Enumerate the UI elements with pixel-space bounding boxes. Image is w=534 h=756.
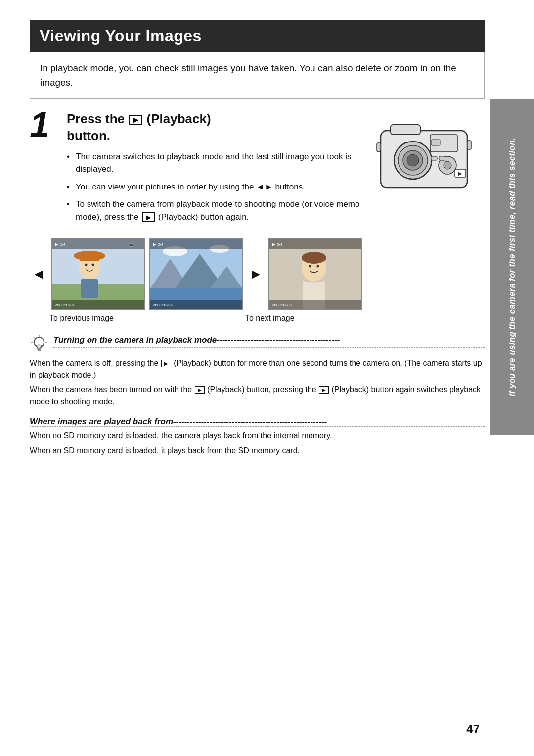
svg-rect-14 xyxy=(467,141,471,149)
tip-body-1: When the camera is off, pressing the ▶ (… xyxy=(30,357,485,381)
caption-previous: To previous image xyxy=(35,314,129,323)
svg-point-46 xyxy=(317,265,319,268)
thumb-1: ▶ 1/4 📷 2008/01/01 xyxy=(51,238,145,310)
svg-rect-11 xyxy=(431,140,440,145)
svg-rect-23 xyxy=(81,279,98,298)
svg-point-8 xyxy=(444,161,451,169)
tip-section: Turning on the camera in playback mode--… xyxy=(30,334,485,408)
thumb-img-1: ▶ 1/4 📷 2008/01/01 xyxy=(51,238,145,310)
svg-rect-54 xyxy=(38,350,41,351)
svg-rect-1 xyxy=(391,125,420,135)
lightbulb-icon xyxy=(30,334,48,353)
step-title-part3: button. xyxy=(67,128,110,143)
svg-text:2008/01/01: 2008/01/01 xyxy=(55,303,75,307)
svg-text:📷: 📷 xyxy=(129,242,134,247)
playback-icon-tip1: ▶ xyxy=(161,360,171,367)
where-images-body-2: When an SD memory card is loaded, it pla… xyxy=(30,445,485,457)
bullet-3: To switch the camera from playback mode … xyxy=(67,198,361,223)
side-tab-text: If you are using the camera for the firs… xyxy=(506,138,518,396)
intro-box: In playback mode, you can check still im… xyxy=(30,52,485,99)
bullet-2: You can view your pictures in order by u… xyxy=(67,181,361,193)
left-arrow: ◄ xyxy=(32,266,45,282)
step-title-part1: Press the xyxy=(67,111,125,126)
svg-text:▶: ▶ xyxy=(458,171,462,176)
svg-point-22 xyxy=(91,264,94,266)
camera-image: ▶ xyxy=(371,111,485,228)
image-row: ◄ xyxy=(30,238,485,310)
svg-text:▶: ▶ xyxy=(272,242,275,247)
svg-point-5 xyxy=(407,154,419,166)
svg-text:1/4: 1/4 xyxy=(60,242,66,247)
svg-rect-15 xyxy=(377,143,381,152)
svg-line-59 xyxy=(34,337,35,338)
step-number: 1 xyxy=(30,107,57,228)
where-images-title: Where images are played back from-------… xyxy=(30,417,485,427)
svg-text:▶: ▶ xyxy=(153,242,156,247)
playback-icon-tip3: ▶ xyxy=(319,386,329,394)
playback-icon-title: ▶ xyxy=(129,115,142,125)
tip-title: Turning on the camera in playback mode--… xyxy=(53,334,485,348)
svg-point-45 xyxy=(309,265,312,268)
playback-icon-tip2: ▶ xyxy=(195,386,205,394)
svg-rect-53 xyxy=(37,348,41,350)
title-bar: Viewing Your Images xyxy=(30,20,485,52)
tip-header: Turning on the camera in playback mode--… xyxy=(30,334,485,353)
where-images-body-1: When no SD memory card is loaded, the ca… xyxy=(30,430,485,442)
page-title: Viewing Your Images xyxy=(40,27,475,45)
step-content: Press the ▶ (Playback) button. The camer… xyxy=(67,111,361,228)
svg-text:2008/01/03: 2008/01/03 xyxy=(272,303,292,307)
bullet-1: The camera switches to playback mode and… xyxy=(67,150,361,176)
camera-svg: ▶ xyxy=(376,111,480,197)
svg-point-44 xyxy=(302,252,326,264)
svg-rect-9 xyxy=(431,156,437,160)
step-1-section: 1 Press the ▶ (Playback) button. The cam… xyxy=(30,111,485,228)
playback-icon-bullet: ▶ xyxy=(142,212,155,222)
svg-text:2/4: 2/4 xyxy=(158,242,164,247)
side-tab: If you are using the camera for the firs… xyxy=(490,99,534,435)
right-arrow: ► xyxy=(249,266,263,282)
step-title-part2: (Playback) xyxy=(147,111,211,126)
svg-rect-10 xyxy=(439,156,445,160)
thumb-svg-1: ▶ 1/4 📷 2008/01/01 xyxy=(52,239,144,309)
step-title: Press the ▶ (Playback) button. xyxy=(67,111,361,144)
svg-text:▶: ▶ xyxy=(55,242,58,247)
intro-text: In playback mode, you can check still im… xyxy=(40,63,456,88)
thumb-img-2: ▶ 2/4 2008/01/02 xyxy=(149,238,243,310)
where-images-section: Where images are played back from-------… xyxy=(30,417,485,457)
svg-text:3/4: 3/4 xyxy=(277,242,283,247)
svg-point-21 xyxy=(85,264,87,266)
thumb-svg-3: ▶ 3/4 2008/01/03 xyxy=(269,239,361,309)
thumb-svg-2: ▶ 2/4 2008/01/02 xyxy=(150,239,242,309)
bullet-list: The camera switches to playback mode and… xyxy=(67,150,361,224)
thumb-img-3: ▶ 3/4 2008/01/03 xyxy=(268,238,362,310)
thumb-3: ▶ 3/4 2008/01/03 xyxy=(268,238,362,310)
svg-line-56 xyxy=(44,337,44,338)
caption-next: To next image xyxy=(245,314,295,323)
svg-rect-20 xyxy=(80,254,99,261)
svg-rect-47 xyxy=(269,239,361,249)
svg-text:2008/01/02: 2008/01/02 xyxy=(153,303,173,307)
svg-rect-37 xyxy=(150,239,242,249)
thumb-2: ▶ 2/4 2008/01/02 xyxy=(149,238,243,310)
page-number: 47 xyxy=(466,722,480,736)
tip-body-2: When the camera has been turned on with … xyxy=(30,384,485,408)
caption-row: To previous image To next image xyxy=(30,314,485,323)
